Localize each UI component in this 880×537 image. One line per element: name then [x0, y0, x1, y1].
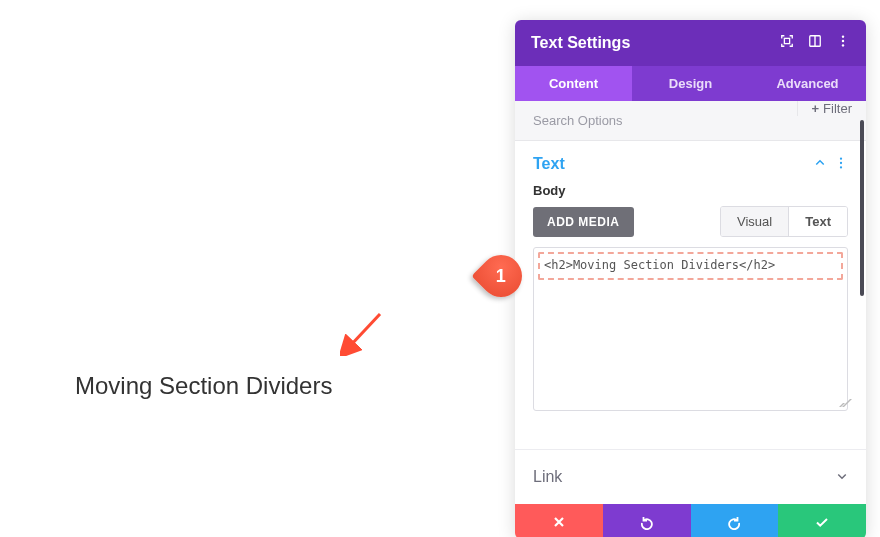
editor-tab-text[interactable]: Text: [788, 207, 847, 236]
preview-heading: Moving Section Dividers: [75, 372, 332, 400]
chevron-down-icon: [836, 468, 848, 486]
panel-header: Text Settings: [515, 20, 866, 66]
text-section-header[interactable]: Text: [533, 155, 848, 173]
preview-area: Moving Section Dividers: [75, 372, 332, 400]
svg-rect-3: [814, 36, 815, 47]
svg-point-6: [842, 44, 844, 46]
text-section-title: Text: [533, 155, 565, 173]
expand-icon[interactable]: [780, 34, 794, 52]
filter-button[interactable]: + Filter: [797, 101, 866, 116]
scrollbar-thumb[interactable]: [860, 120, 864, 296]
plus-icon: +: [812, 101, 820, 116]
kebab-menu-icon[interactable]: [836, 34, 850, 52]
cancel-button[interactable]: [515, 504, 603, 537]
chevron-up-icon[interactable]: [814, 155, 826, 173]
link-section-title: Link: [533, 468, 562, 486]
body-area: Body ADD MEDIA Visual Text: [515, 177, 866, 425]
panel-mode-icon[interactable]: [808, 34, 822, 52]
editor-wrap: [533, 247, 848, 411]
svg-point-5: [842, 40, 844, 42]
add-media-button[interactable]: ADD MEDIA: [533, 207, 634, 237]
editor-textarea[interactable]: [534, 248, 847, 410]
header-actions: [780, 34, 850, 52]
tabs: Content Design Advanced: [515, 66, 866, 101]
link-section[interactable]: Link: [515, 449, 866, 504]
undo-button[interactable]: [603, 504, 691, 537]
svg-rect-1: [784, 38, 789, 43]
settings-panel: Text Settings Content De: [515, 20, 866, 537]
svg-point-8: [840, 161, 842, 163]
svg-point-4: [842, 35, 844, 37]
panel-footer: [515, 504, 866, 537]
svg-point-7: [840, 157, 842, 159]
section-kebab-icon[interactable]: [834, 156, 848, 173]
svg-point-9: [840, 166, 842, 168]
search-row: + Filter: [515, 101, 866, 141]
annotation-arrow-icon: [340, 308, 388, 356]
annotation-number: 1: [496, 265, 506, 286]
text-section-controls: [814, 155, 848, 173]
panel-title: Text Settings: [531, 34, 630, 52]
redo-button[interactable]: [691, 504, 779, 537]
save-button[interactable]: [778, 504, 866, 537]
filter-label: Filter: [823, 101, 852, 116]
text-section: Text: [515, 141, 866, 177]
tab-design[interactable]: Design: [632, 66, 749, 101]
search-input[interactable]: [515, 101, 797, 140]
svg-line-0: [350, 314, 380, 346]
tab-content[interactable]: Content: [515, 66, 632, 101]
tab-advanced[interactable]: Advanced: [749, 66, 866, 101]
body-label: Body: [533, 183, 848, 198]
editor-tab-visual[interactable]: Visual: [721, 207, 788, 236]
media-row: ADD MEDIA Visual Text: [533, 206, 848, 237]
resize-handle-icon[interactable]: [834, 397, 844, 407]
editor-tabs: Visual Text: [720, 206, 848, 237]
